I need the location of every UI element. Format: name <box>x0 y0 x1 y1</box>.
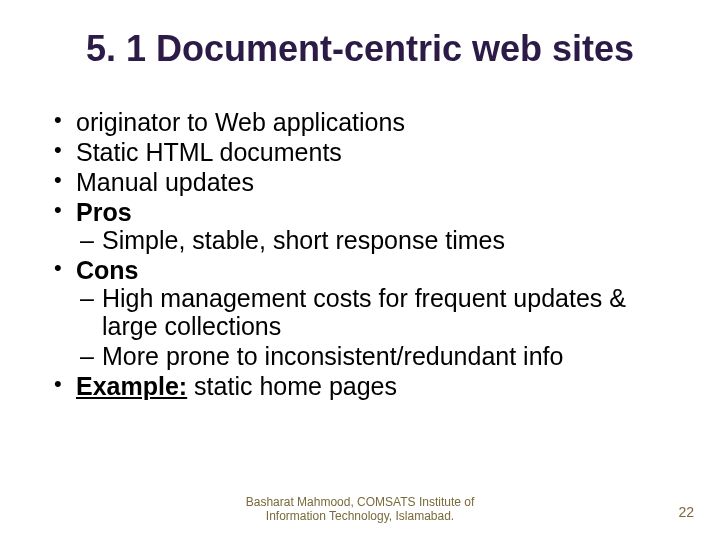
bullet-list: originator to Web applications Static HT… <box>48 108 672 400</box>
bullet-text: Static HTML documents <box>76 138 342 166</box>
slide-body: originator to Web applications Static HT… <box>48 108 672 402</box>
bullet-item: Pros Simple, stable, short response time… <box>48 198 672 254</box>
bullet-text: More prone to inconsistent/redundant inf… <box>102 342 563 370</box>
bullet-text: Pros <box>76 198 132 226</box>
footer-line-2: Information Technology, Islamabad. <box>266 509 454 523</box>
bullet-item: Static HTML documents <box>48 138 672 166</box>
bullet-item: Cons High management costs for frequent … <box>48 256 672 370</box>
bullet-text: originator to Web applications <box>76 108 405 136</box>
sub-bullet-item: More prone to inconsistent/redundant inf… <box>76 342 672 370</box>
bullet-text: High management costs for frequent updat… <box>102 284 626 340</box>
bullet-item: Manual updates <box>48 168 672 196</box>
bullet-item: Example: static home pages <box>48 372 672 400</box>
bullet-item: originator to Web applications <box>48 108 672 136</box>
slide-title: 5. 1 Document-centric web sites <box>0 28 720 70</box>
sub-bullet-item: Simple, stable, short response times <box>76 226 672 254</box>
bullet-text: Cons <box>76 256 139 284</box>
sub-bullet-item: High management costs for frequent updat… <box>76 284 672 340</box>
sub-list: High management costs for frequent updat… <box>76 284 672 370</box>
slide: 5. 1 Document-centric web sites originat… <box>0 0 720 540</box>
sub-list: Simple, stable, short response times <box>76 226 672 254</box>
bullet-text: Manual updates <box>76 168 254 196</box>
page-number: 22 <box>678 504 694 520</box>
example-label: Example: <box>76 372 187 400</box>
footer-line-1: Basharat Mahmood, COMSATS Institute of <box>246 495 475 509</box>
example-text: static home pages <box>187 372 397 400</box>
bullet-text: Simple, stable, short response times <box>102 226 505 254</box>
footer: Basharat Mahmood, COMSATS Institute of I… <box>0 496 720 524</box>
